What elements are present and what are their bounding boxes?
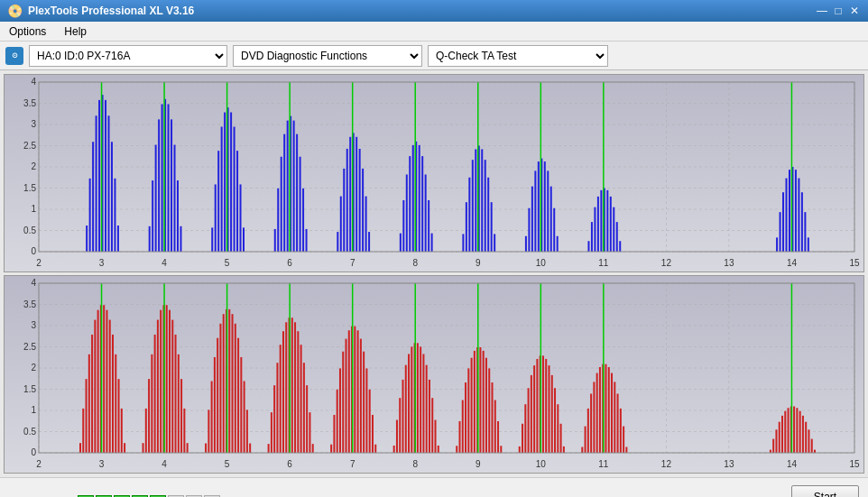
app-icon: 📀 — [7, 4, 23, 18]
bottom-panel: Jitter: 3 Peak Shift: — [0, 477, 868, 497]
main-content — [0, 70, 868, 477]
test-select[interactable]: Q-Check TA Test — [428, 45, 608, 67]
minimize-button[interactable]: — — [816, 5, 828, 17]
top-chart — [5, 75, 863, 272]
menu-bar: Options Help — [0, 22, 868, 41]
device-icon: ⊙ — [5, 47, 23, 65]
device-select[interactable]: HA:0 ID:0 PX-716A — [29, 45, 227, 67]
title-bar: 📀 PlexTools Professional XL V3.16 — □ ✕ — [0, 0, 868, 22]
toolbar: ⊙ HA:0 ID:0 PX-716A DVD Diagnostic Funct… — [0, 41, 868, 70]
menu-options[interactable]: Options — [4, 23, 51, 40]
title-bar-left: 📀 PlexTools Professional XL V3.16 — [7, 4, 194, 18]
bottom-chart-container — [4, 275, 864, 474]
top-chart-container — [4, 74, 864, 272]
close-button[interactable]: ✕ — [848, 5, 861, 17]
menu-help[interactable]: Help — [59, 23, 92, 40]
start-btn-section: Start i — [791, 485, 859, 498]
function-select[interactable]: DVD Diagnostic Functions — [233, 45, 422, 67]
app-title: PlexTools Professional XL V3.16 — [28, 5, 194, 17]
start-button[interactable]: Start — [791, 485, 859, 498]
bottom-chart — [5, 276, 863, 473]
title-bar-controls: — □ ✕ — [816, 5, 861, 17]
maximize-button[interactable]: □ — [832, 5, 845, 17]
